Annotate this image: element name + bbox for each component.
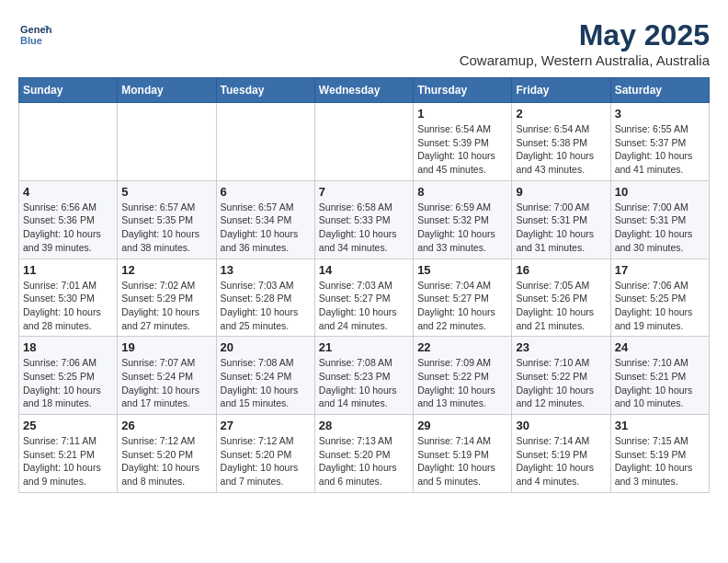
day-number: 23 (516, 340, 606, 354)
calendar-week-row: 25Sunrise: 7:11 AM Sunset: 5:21 PM Dayli… (19, 415, 710, 493)
day-info: Sunrise: 7:04 AM Sunset: 5:27 PM Dayligh… (417, 279, 507, 333)
day-number: 7 (319, 185, 409, 199)
day-number: 25 (23, 419, 113, 432)
day-number: 26 (121, 419, 211, 432)
day-info: Sunrise: 7:13 AM Sunset: 5:20 PM Dayligh… (319, 434, 409, 488)
day-number: 4 (23, 185, 113, 199)
day-number: 15 (417, 263, 507, 277)
calendar-day-cell: 17Sunrise: 7:06 AM Sunset: 5:25 PM Dayli… (610, 259, 709, 337)
day-info: Sunrise: 7:14 AM Sunset: 5:19 PM Dayligh… (516, 434, 606, 488)
calendar-day-header: Thursday (414, 78, 512, 103)
calendar-day-cell: 10Sunrise: 7:00 AM Sunset: 5:31 PM Dayli… (610, 180, 709, 259)
calendar-day-cell: 31Sunrise: 7:15 AM Sunset: 5:19 PM Dayli… (610, 415, 709, 493)
calendar-day-cell: 28Sunrise: 7:13 AM Sunset: 5:20 PM Dayli… (314, 415, 413, 493)
calendar-day-header: Saturday (610, 78, 709, 103)
day-info: Sunrise: 6:57 AM Sunset: 5:35 PM Dayligh… (121, 201, 211, 255)
calendar-day-cell: 23Sunrise: 7:10 AM Sunset: 5:22 PM Dayli… (512, 337, 610, 415)
day-info: Sunrise: 7:11 AM Sunset: 5:21 PM Dayligh… (23, 434, 113, 488)
calendar-day-cell: 24Sunrise: 7:10 AM Sunset: 5:21 PM Dayli… (610, 337, 709, 415)
day-number: 21 (319, 340, 409, 354)
day-info: Sunrise: 7:00 AM Sunset: 5:31 PM Dayligh… (516, 201, 606, 255)
calendar-table: SundayMondayTuesdayWednesdayThursdayFrid… (18, 77, 710, 493)
calendar-week-row: 18Sunrise: 7:06 AM Sunset: 5:25 PM Dayli… (19, 337, 710, 415)
calendar-day-cell: 20Sunrise: 7:08 AM Sunset: 5:24 PM Dayli… (216, 337, 314, 415)
calendar-day-cell: 8Sunrise: 6:59 AM Sunset: 5:32 PM Daylig… (414, 180, 512, 259)
calendar-day-cell: 9Sunrise: 7:00 AM Sunset: 5:31 PM Daylig… (512, 180, 610, 259)
day-number: 3 (615, 107, 705, 121)
day-info: Sunrise: 7:10 AM Sunset: 5:21 PM Dayligh… (615, 356, 705, 410)
calendar-week-row: 4Sunrise: 6:56 AM Sunset: 5:36 PM Daylig… (19, 180, 710, 259)
calendar-day-cell: 11Sunrise: 7:01 AM Sunset: 5:30 PM Dayli… (19, 259, 118, 337)
calendar-day-header: Sunday (19, 78, 118, 103)
calendar-day-cell: 29Sunrise: 7:14 AM Sunset: 5:19 PM Dayli… (414, 415, 512, 493)
calendar-day-cell: 6Sunrise: 6:57 AM Sunset: 5:34 PM Daylig… (216, 180, 314, 259)
day-info: Sunrise: 7:10 AM Sunset: 5:22 PM Dayligh… (516, 356, 606, 410)
day-number: 19 (121, 340, 211, 354)
title-block: May 2025 Cowaramup, Western Australia, A… (460, 18, 710, 68)
day-number: 18 (23, 340, 113, 354)
day-info: Sunrise: 7:15 AM Sunset: 5:19 PM Dayligh… (615, 434, 705, 488)
month-title: May 2025 (460, 18, 710, 52)
day-info: Sunrise: 7:03 AM Sunset: 5:27 PM Dayligh… (319, 279, 409, 333)
day-number: 12 (121, 263, 211, 277)
calendar-day-header: Tuesday (216, 78, 314, 103)
calendar-day-cell (118, 103, 216, 181)
day-info: Sunrise: 7:06 AM Sunset: 5:25 PM Dayligh… (23, 356, 113, 410)
calendar-day-cell: 18Sunrise: 7:06 AM Sunset: 5:25 PM Dayli… (19, 337, 118, 415)
calendar-day-cell: 30Sunrise: 7:14 AM Sunset: 5:19 PM Dayli… (512, 415, 610, 493)
day-info: Sunrise: 6:56 AM Sunset: 5:36 PM Dayligh… (23, 201, 113, 255)
day-info: Sunrise: 6:59 AM Sunset: 5:32 PM Dayligh… (417, 201, 507, 255)
calendar-day-cell: 16Sunrise: 7:05 AM Sunset: 5:26 PM Dayli… (512, 259, 610, 337)
day-number: 2 (516, 107, 606, 121)
day-number: 27 (221, 419, 311, 432)
calendar-day-cell: 21Sunrise: 7:08 AM Sunset: 5:23 PM Dayli… (314, 337, 413, 415)
day-number: 10 (615, 185, 705, 199)
calendar-day-cell: 25Sunrise: 7:11 AM Sunset: 5:21 PM Dayli… (19, 415, 118, 493)
day-number: 11 (23, 263, 113, 277)
calendar-day-cell: 2Sunrise: 6:54 AM Sunset: 5:38 PM Daylig… (512, 103, 610, 181)
day-info: Sunrise: 7:08 AM Sunset: 5:23 PM Dayligh… (319, 356, 409, 410)
calendar-header-row: SundayMondayTuesdayWednesdayThursdayFrid… (19, 78, 710, 103)
calendar-day-cell: 19Sunrise: 7:07 AM Sunset: 5:24 PM Dayli… (118, 337, 216, 415)
day-info: Sunrise: 6:57 AM Sunset: 5:34 PM Dayligh… (221, 201, 311, 255)
calendar-day-cell: 12Sunrise: 7:02 AM Sunset: 5:29 PM Dayli… (118, 259, 216, 337)
day-number: 24 (615, 340, 705, 354)
day-number: 5 (121, 185, 211, 199)
calendar-day-cell: 13Sunrise: 7:03 AM Sunset: 5:28 PM Dayli… (216, 259, 314, 337)
svg-text:General: General (20, 24, 51, 35)
calendar-day-cell: 5Sunrise: 6:57 AM Sunset: 5:35 PM Daylig… (118, 180, 216, 259)
day-info: Sunrise: 7:00 AM Sunset: 5:31 PM Dayligh… (615, 201, 705, 255)
calendar-day-cell: 7Sunrise: 6:58 AM Sunset: 5:33 PM Daylig… (314, 180, 413, 259)
day-info: Sunrise: 6:55 AM Sunset: 5:37 PM Dayligh… (615, 122, 705, 177)
day-info: Sunrise: 7:14 AM Sunset: 5:19 PM Dayligh… (417, 434, 507, 488)
calendar-day-header: Monday (118, 78, 216, 103)
day-info: Sunrise: 7:02 AM Sunset: 5:29 PM Dayligh… (121, 279, 211, 333)
day-number: 20 (221, 340, 311, 354)
day-info: Sunrise: 7:08 AM Sunset: 5:24 PM Dayligh… (221, 356, 311, 410)
day-info: Sunrise: 7:12 AM Sunset: 5:20 PM Dayligh… (121, 434, 211, 488)
calendar-day-cell (314, 103, 413, 181)
day-info: Sunrise: 7:03 AM Sunset: 5:28 PM Dayligh… (221, 279, 311, 333)
calendar-day-cell: 4Sunrise: 6:56 AM Sunset: 5:36 PM Daylig… (19, 180, 118, 259)
day-info: Sunrise: 6:54 AM Sunset: 5:39 PM Dayligh… (417, 122, 507, 177)
day-info: Sunrise: 7:06 AM Sunset: 5:25 PM Dayligh… (615, 279, 705, 333)
calendar-day-cell: 15Sunrise: 7:04 AM Sunset: 5:27 PM Dayli… (414, 259, 512, 337)
day-info: Sunrise: 7:05 AM Sunset: 5:26 PM Dayligh… (516, 279, 606, 333)
calendar-day-cell: 1Sunrise: 6:54 AM Sunset: 5:39 PM Daylig… (414, 103, 512, 181)
calendar-day-cell: 26Sunrise: 7:12 AM Sunset: 5:20 PM Dayli… (118, 415, 216, 493)
day-info: Sunrise: 6:58 AM Sunset: 5:33 PM Dayligh… (319, 201, 409, 255)
day-info: Sunrise: 7:07 AM Sunset: 5:24 PM Dayligh… (121, 356, 211, 410)
day-number: 14 (319, 263, 409, 277)
day-number: 22 (417, 340, 507, 354)
day-number: 30 (516, 419, 606, 432)
day-info: Sunrise: 7:09 AM Sunset: 5:22 PM Dayligh… (417, 356, 507, 410)
calendar-day-cell: 27Sunrise: 7:12 AM Sunset: 5:20 PM Dayli… (216, 415, 314, 493)
day-info: Sunrise: 6:54 AM Sunset: 5:38 PM Dayligh… (516, 122, 606, 177)
day-info: Sunrise: 7:01 AM Sunset: 5:30 PM Dayligh… (23, 279, 113, 333)
day-number: 29 (417, 419, 507, 432)
day-number: 16 (516, 263, 606, 277)
calendar-day-cell: 3Sunrise: 6:55 AM Sunset: 5:37 PM Daylig… (610, 103, 709, 181)
calendar-day-header: Friday (512, 78, 610, 103)
calendar-day-cell (216, 103, 314, 181)
day-number: 17 (615, 263, 705, 277)
